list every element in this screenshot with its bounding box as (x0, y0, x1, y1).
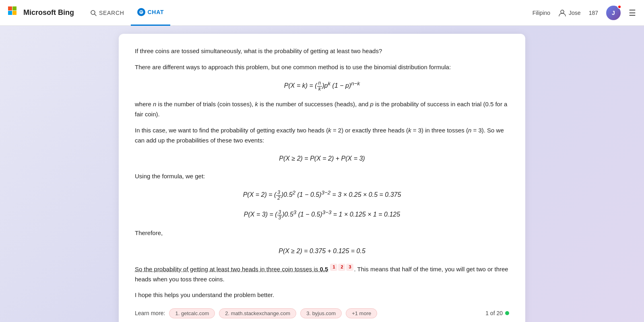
learn-more-link-2[interactable]: 2. math.stackexchange.com (219, 308, 296, 318)
chat-response-container: If three coins are tossed simultaneously… (119, 34, 525, 322)
citation-2[interactable]: 2 (338, 264, 345, 271)
chat-icon (137, 8, 145, 16)
avatar-initials: J (612, 10, 615, 16)
bing-logo-icon (8, 6, 21, 19)
bing-logo[interactable]: Microsoft Bing (8, 6, 74, 19)
user-name: Jose (569, 10, 581, 16)
user-avatar[interactable]: J (606, 6, 621, 20)
therefore-para: Therefore, (135, 228, 509, 238)
question-text: If three coins are tossed simultaneously… (135, 46, 509, 56)
main-content: If three coins are tossed simultaneously… (0, 26, 644, 322)
var-p: p (370, 101, 373, 107)
formula-binomial: P(X = k) = (nk)pk (1 − p)n−k (135, 79, 509, 92)
chat-nav-label: CHAT (148, 9, 164, 15)
notification-badge (617, 5, 621, 9)
user-icon (558, 9, 566, 17)
using-formula-para: Using the formula, we get: (135, 171, 509, 182)
top-navigation: Microsoft Bing SEARCH CHAT Filipino Jose… (0, 0, 644, 26)
hope-para: I hope this helps you understand the pro… (135, 290, 509, 300)
svg-point-7 (561, 10, 564, 13)
chat-nav-item[interactable]: CHAT (131, 0, 171, 26)
formula-px2: P(X = 2) = (32)0.52 (1 − 0.5)3−2 = 3 × 0… (135, 188, 509, 201)
where-para: where n is the number of trials (coin to… (135, 99, 509, 120)
conclusion-para: So the probability of getting at least t… (135, 264, 509, 285)
formula-px3: P(X = 3) = (33)0.53 (1 − 0.5)3−3 = 1 × 0… (135, 208, 509, 221)
result-value: 0.5 (320, 265, 328, 272)
formula-final: P(X ≥ 2) = 0.375 + 0.125 = 0.5 (135, 246, 509, 256)
search-nav-item[interactable]: SEARCH (84, 6, 131, 19)
status-dot (505, 311, 509, 315)
nav-right-section: Filipino Jose 187 J ☰ (533, 6, 636, 20)
language-selector[interactable]: Filipino (533, 10, 550, 16)
citation-group: 123 (328, 265, 354, 272)
learn-more-link-1[interactable]: 1. getcalc.com (169, 308, 215, 318)
chat-body: If three coins are tossed simultaneously… (135, 46, 509, 300)
learn-more-link-more[interactable]: +1 more (346, 308, 377, 318)
bing-logo-text: Microsoft Bing (23, 8, 74, 17)
learn-more-link-3[interactable]: 3. byjus.com (300, 308, 342, 318)
page-count: 1 of 20 (485, 310, 509, 316)
page-count-text: 1 of 20 (485, 310, 503, 316)
learn-more-bar: Learn more: 1. getcalc.com 2. math.stack… (135, 308, 509, 318)
hamburger-menu[interactable]: ☰ (629, 8, 636, 18)
citation-1[interactable]: 1 (330, 264, 337, 271)
svg-rect-2 (8, 11, 12, 15)
search-nav-label: SEARCH (99, 10, 124, 16)
var-k: k (255, 101, 258, 107)
formula-sum: P(X ≥ 2) = P(X = 2) + P(X = 3) (135, 153, 509, 164)
svg-rect-1 (12, 6, 17, 10)
search-icon (90, 10, 97, 16)
intro-para: There are different ways to approach thi… (135, 62, 509, 72)
learn-more-label: Learn more: (135, 310, 165, 316)
conclusion-underlined: So the probability of getting at least t… (135, 265, 328, 272)
points-count: 187 (589, 10, 598, 16)
citation-3[interactable]: 3 (346, 264, 353, 271)
svg-line-5 (95, 14, 96, 16)
svg-rect-3 (12, 11, 17, 15)
var-n: n (153, 101, 156, 107)
user-name-section[interactable]: Jose (558, 9, 581, 17)
svg-rect-0 (8, 6, 12, 10)
case-para: In this case, we want to find the probab… (135, 125, 509, 146)
